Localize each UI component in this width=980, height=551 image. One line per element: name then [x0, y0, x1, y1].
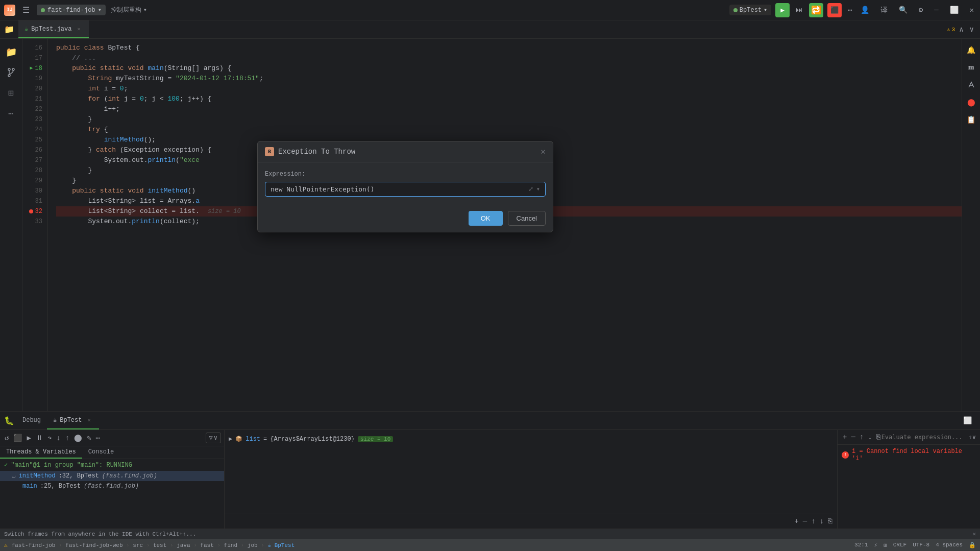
translate-button[interactable]: 译 — [878, 4, 890, 17]
warning-status[interactable]: ⚠ — [4, 542, 8, 548]
encoding[interactable]: UTF-8 — [913, 542, 929, 548]
search-button[interactable]: 🔍 — [897, 4, 910, 16]
breakpoints-button[interactable]: ⬤ — [72, 432, 84, 444]
eval-down-button[interactable]: ↓ — [867, 432, 873, 442]
add-var-button[interactable]: + — [793, 516, 799, 526]
coverage-button[interactable]: 🔁 — [809, 3, 823, 17]
user-button[interactable]: 👤 — [859, 4, 871, 16]
tab-close-button[interactable]: ✕ — [75, 25, 83, 33]
ai-icon[interactable] — [964, 78, 978, 92]
var-item-list[interactable]: ▶ 📦 list = {Arrays$ArrayList@1230} size … — [225, 434, 837, 444]
minimize-button[interactable]: ─ — [932, 4, 940, 16]
eval-add-button[interactable]: + — [842, 432, 848, 442]
eval-action-button[interactable]: ⇧ — [969, 434, 972, 441]
eval-dropdown-button[interactable]: ∨ — [972, 434, 976, 441]
lock-icon[interactable]: 🔒 — [969, 542, 976, 548]
run-button[interactable]: ▶ — [775, 3, 790, 17]
frames-content: ✓ "main"@1 in group "main": RUNNING ↵ in… — [0, 459, 224, 529]
evaluate-expression-input[interactable] — [881, 434, 969, 441]
status-bar-right: 32:1 ⚡ ⊞ CRLF UTF-8 4 spaces 🔒 — [854, 542, 976, 548]
pause-button[interactable]: ⏸ — [34, 433, 44, 444]
scroll-up-button[interactable]: ∧ — [957, 23, 965, 36]
console-tab[interactable]: Console — [82, 446, 120, 459]
step-out-button[interactable]: ↑ — [64, 433, 71, 444]
svg-point-1 — [12, 68, 14, 70]
stack-frame-initmethod[interactable]: ↵ initMethod :32, BpTest (fast.find.job) — [0, 471, 224, 481]
stack-arrow-icon: ↵ — [12, 473, 16, 480]
sidebar-icon-build[interactable]: ⊞ — [2, 84, 20, 102]
dialog-header: B Exception To Throw ✕ — [258, 141, 553, 162]
move-up-button[interactable]: ↑ — [810, 516, 816, 526]
breadcrumb-part-8: job — [248, 542, 258, 548]
windows-icon[interactable]: ⊞ — [884, 542, 887, 548]
sidebar-icon-git[interactable] — [2, 63, 20, 82]
debug-tab-debug[interactable]: Debug — [16, 412, 47, 429]
eval-copy-button[interactable]: ⎘ — [875, 432, 881, 442]
expression-input-row: ⤢ ▾ — [265, 182, 546, 197]
nav-control[interactable]: 控制层重构 ▾ — [111, 6, 147, 14]
cursor-position[interactable]: 32:1 — [854, 542, 868, 548]
dialog-close-button[interactable]: ✕ — [541, 147, 546, 157]
nav-control-label: 控制层重构 — [111, 6, 141, 14]
expr-expand-button[interactable]: ⤢ — [528, 185, 533, 193]
breadcrumb[interactable]: fast-find-job › fast-find-job-web › src … — [12, 542, 295, 548]
close-button[interactable]: ✕ — [968, 4, 976, 16]
hamburger-button[interactable]: ☰ — [20, 3, 32, 17]
maximize-button[interactable]: ⬜ — [948, 4, 961, 16]
more-actions-button[interactable]: ⋯ — [846, 4, 854, 16]
folder-button[interactable]: 📁 — [0, 20, 18, 38]
expr-dropdown-button[interactable]: ▾ — [536, 185, 540, 193]
resume-button[interactable]: ▶ — [25, 432, 32, 444]
breadcrumb-part-7: find — [224, 542, 237, 548]
notifications-icon[interactable]: 🔔 — [964, 43, 978, 57]
eval-remove-button[interactable]: ─ — [850, 432, 856, 442]
thread-name: "main"@1 in group "main": RUNNING — [11, 462, 132, 469]
more-debug-button[interactable]: ⋯ — [94, 432, 102, 444]
remove-var-button[interactable]: ─ — [802, 516, 808, 526]
variables-panel: ▶ 📦 list = {Arrays$ArrayList@1230} size … — [225, 430, 837, 529]
sidebar-icon-more[interactable]: ⋯ — [2, 104, 20, 123]
stack-frame-main[interactable]: main :25, BpTest (fast.find.job) — [0, 481, 224, 491]
stop-button[interactable]: ⬛ — [827, 3, 842, 17]
threads-variables-tab[interactable]: Threads & Variables — [0, 446, 82, 459]
eval-up-button[interactable]: ↑ — [859, 432, 865, 442]
breadcrumb-part-5: java — [177, 542, 190, 548]
line-ending[interactable]: CRLF — [893, 542, 906, 548]
file-tab-bptest[interactable]: ☕ BpTest.java ✕ — [18, 20, 89, 38]
scroll-down-button[interactable]: ∨ — [968, 23, 976, 36]
sidebar-icon-project[interactable]: 📁 — [2, 43, 20, 61]
stop-debug-button[interactable]: ⬛ — [12, 432, 23, 444]
expression-input[interactable] — [271, 185, 525, 193]
var-type-icon: 📦 — [235, 436, 242, 442]
indent[interactable]: 4 spaces — [936, 542, 963, 548]
move-down-button[interactable]: ↓ — [819, 516, 825, 526]
status-bar-left: ⚠ fast-find-job › fast-find-job-web › sr… — [4, 542, 850, 548]
power-icon[interactable]: ⚡ — [874, 542, 878, 548]
debug-run-button[interactable]: ⏭ — [794, 4, 805, 16]
filter-button[interactable]: ▽ ∨ — [206, 433, 221, 443]
restart-button[interactable]: ↺ — [3, 432, 10, 444]
filter-icon: ▽ — [209, 434, 213, 442]
letter-m-icon[interactable]: m — [964, 60, 978, 75]
settings-button[interactable]: ⚙ — [917, 4, 925, 16]
ok-button[interactable]: OK — [469, 211, 503, 226]
maximize-panel-button[interactable]: ⬜ — [961, 414, 974, 427]
warning-status-icon: ⚠ — [4, 542, 8, 548]
run-config-selector[interactable]: BpTest ▾ — [729, 5, 771, 15]
plugin2-icon[interactable]: 📋 — [964, 112, 978, 127]
project-selector[interactable]: fast-find-job ▾ — [37, 5, 106, 15]
bptest-tab-close[interactable]: ✕ — [85, 416, 93, 424]
var-name: list — [246, 436, 260, 443]
warnings-badge[interactable]: ⚠ 3 — [947, 26, 955, 33]
vars-content: ▶ 📦 list = {Arrays$ArrayList@1230} size … — [225, 430, 837, 514]
step-into-button[interactable]: ↓ — [55, 433, 62, 444]
copy-var-button[interactable]: ⎘ — [827, 516, 833, 526]
tip-close-button[interactable]: ✕ — [972, 531, 976, 537]
config-status-dot — [733, 8, 738, 12]
mute-button[interactable]: ✎ — [85, 432, 92, 444]
debug-tab-bptest[interactable]: ☕ BpTest ✕ — [47, 412, 99, 429]
thread-item-main[interactable]: ✓ "main"@1 in group "main": RUNNING — [0, 459, 224, 471]
cancel-button[interactable]: Cancel — [508, 211, 546, 226]
plugin1-icon[interactable]: ⬤ — [964, 95, 978, 109]
step-over-button[interactable]: ↷ — [46, 432, 53, 444]
